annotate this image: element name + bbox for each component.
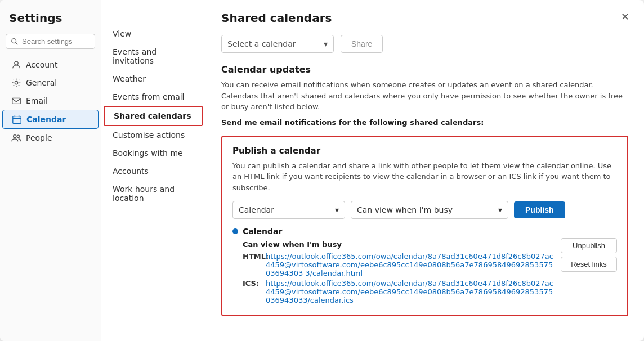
- published-permission: Can view when I'm busy: [243, 240, 555, 249]
- svg-point-2: [15, 61, 18, 65]
- mid-nav-customise-actions[interactable]: Customise actions: [104, 126, 203, 144]
- svg-point-7: [17, 135, 19, 138]
- mid-nav-shared-calendars[interactable]: Shared calendars: [104, 106, 203, 126]
- search-icon: [11, 38, 19, 46]
- select-calendar-dropdown[interactable]: Select a calendar ▾: [221, 35, 334, 53]
- ics-link-row: ICS: https://outlook.office365.com/owa/c…: [243, 279, 555, 304]
- mid-nav-work-hours[interactable]: Work hours and location: [104, 180, 203, 207]
- html-label: HTML:: [243, 252, 262, 277]
- ics-url-link[interactable]: https://outlook.office365.com/owa/calend…: [266, 279, 555, 304]
- svg-line-1: [16, 43, 17, 44]
- person-icon: [11, 60, 21, 70]
- close-button[interactable]: ✕: [617, 9, 633, 25]
- settings-window: Settings Account General: [0, 0, 644, 341]
- sidebar-label-account: Account: [26, 60, 58, 69]
- calendar-updates-desc: You can receive email notifications when…: [221, 79, 628, 113]
- settings-title: Settings: [0, 9, 101, 34]
- publish-controls: Calendar ▾ Can view when I'm busy ▾ Publ…: [232, 201, 617, 219]
- search-input[interactable]: [22, 37, 90, 46]
- publish-button[interactable]: Publish: [514, 201, 565, 218]
- calendar-dot: [232, 228, 238, 234]
- mid-nav-accounts[interactable]: Accounts: [104, 162, 203, 180]
- result-actions: Unpublish Reset links: [561, 238, 617, 306]
- published-calendar-name: Calendar: [243, 227, 282, 236]
- select-calendar-placeholder: Select a calendar: [227, 39, 296, 48]
- close-icon: ✕: [621, 11, 629, 23]
- sidebar-item-email[interactable]: Email: [2, 92, 99, 110]
- mail-icon: [11, 96, 21, 106]
- mid-nav-events-invitations[interactable]: Events and invitations: [104, 43, 203, 70]
- svg-rect-4: [12, 98, 20, 104]
- chevron-down-icon: ▾: [324, 39, 328, 48]
- permission-dropdown-value: Can view when I'm busy: [357, 205, 453, 214]
- calendar-dot-row: Calendar: [232, 227, 617, 236]
- sidebar-item-account[interactable]: Account: [2, 56, 99, 74]
- calendar-select-dropdown[interactable]: Calendar ▾: [232, 201, 345, 219]
- sidebar-label-calendar: Calendar: [26, 115, 66, 124]
- calendar-updates-heading: Calendar updates: [221, 64, 628, 75]
- sidebar-label-general: General: [26, 78, 57, 87]
- calendar-dropdown-value: Calendar: [239, 205, 274, 214]
- html-url-link[interactable]: https://outlook.office365.com/owa/calend…: [266, 252, 555, 277]
- people-icon: [11, 133, 21, 143]
- mid-nav-view[interactable]: View: [104, 25, 203, 43]
- ics-label: ICS:: [243, 279, 262, 304]
- send-notifications-label: Send me email notifications for the foll…: [221, 118, 628, 127]
- sidebar-item-calendar[interactable]: Calendar: [2, 110, 99, 129]
- publish-title: Publish a calendar: [232, 146, 617, 156]
- sidebar-label-people: People: [26, 133, 52, 142]
- unpublish-button[interactable]: Unpublish: [561, 238, 617, 253]
- search-box[interactable]: [6, 34, 95, 49]
- html-link-row: HTML: https://outlook.office365.com/owa/…: [243, 252, 555, 277]
- permission-select-dropdown[interactable]: Can view when I'm busy ▾: [351, 201, 508, 219]
- mid-nav-events-from-email[interactable]: Events from email: [104, 88, 203, 106]
- svg-rect-5: [13, 116, 21, 124]
- publish-calendar-box: Publish a calendar You can publish a cal…: [221, 136, 628, 317]
- sidebar: Settings Account General: [0, 0, 101, 341]
- sidebar-label-email: Email: [26, 96, 48, 105]
- mid-nav: View Events and invitations Weather Even…: [101, 0, 205, 341]
- permission-dropdown-chevron: ▾: [498, 205, 502, 214]
- mid-nav-bookings-with-me[interactable]: Bookings with me: [104, 144, 203, 162]
- main-content: ✕ Shared calendars Select a calendar ▾ S…: [205, 0, 644, 341]
- select-calendar-row: Select a calendar ▾ Share: [221, 35, 628, 53]
- published-calendar-result: Calendar Can view when I'm busy HTML: ht…: [232, 227, 617, 306]
- publish-desc: You can publish a calendar and share a l…: [232, 160, 617, 194]
- sidebar-item-general[interactable]: General: [2, 74, 99, 92]
- page-title: Shared calendars: [221, 11, 628, 25]
- sidebar-item-people[interactable]: People: [2, 129, 99, 147]
- gear-icon: [11, 78, 21, 88]
- reset-links-button[interactable]: Reset links: [561, 257, 617, 272]
- svg-point-3: [15, 81, 17, 84]
- svg-point-0: [12, 38, 16, 43]
- calendar-icon: [12, 114, 22, 124]
- share-button[interactable]: Share: [341, 35, 383, 53]
- calendar-dropdown-chevron: ▾: [335, 205, 339, 214]
- svg-point-6: [14, 135, 16, 138]
- result-links-col: Can view when I'm busy HTML: https://out…: [232, 238, 555, 306]
- result-row: Can view when I'm busy HTML: https://out…: [232, 238, 617, 306]
- mid-nav-weather[interactable]: Weather: [104, 70, 203, 88]
